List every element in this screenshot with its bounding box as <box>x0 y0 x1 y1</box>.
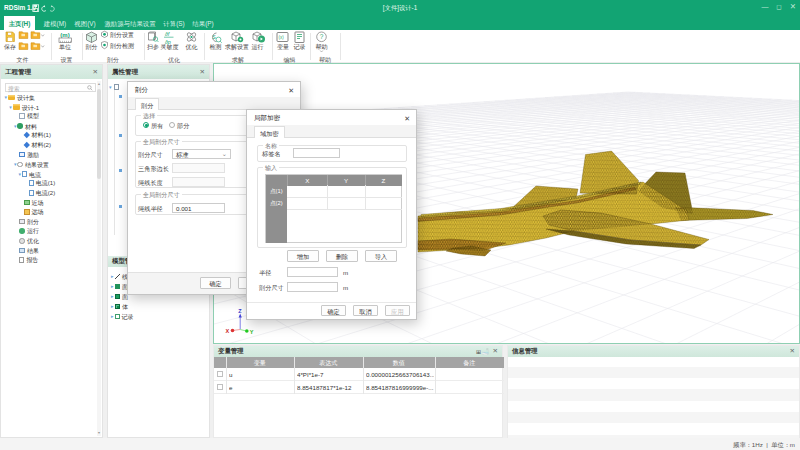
svg-text:X: X <box>225 328 229 334</box>
svg-text:单位: 单位 <box>59 44 71 50</box>
svg-text:∂f: ∂f <box>165 31 170 37</box>
svg-text:(x): (x) <box>279 35 285 40</box>
svg-text:Z: Z <box>238 308 242 314</box>
svg-text:优化: 优化 <box>186 44 198 51</box>
svg-text:检测: 检测 <box>210 43 222 50</box>
svg-text:记录: 记录 <box>294 43 306 51</box>
svg-text:Y: Y <box>249 329 253 335</box>
svg-text:剖分: 剖分 <box>85 43 98 51</box>
svg-text:S: S <box>212 34 216 40</box>
svg-text:剖分检测: 剖分检测 <box>109 42 134 50</box>
svg-text:运行: 运行 <box>252 44 264 50</box>
svg-text:灵敏度: 灵敏度 <box>161 43 179 51</box>
svg-text:扫参: 扫参 <box>146 44 159 50</box>
svg-text:帮助: 帮助 <box>316 43 328 50</box>
svg-text:剖分设置: 剖分设置 <box>109 31 134 39</box>
svg-text:?: ? <box>320 33 324 40</box>
svg-text:变量: 变量 <box>277 43 289 51</box>
svg-text:保存: 保存 <box>4 44 16 50</box>
svg-text:求解设置: 求解设置 <box>224 43 249 51</box>
svg-text:(m): (m) <box>60 32 69 38</box>
